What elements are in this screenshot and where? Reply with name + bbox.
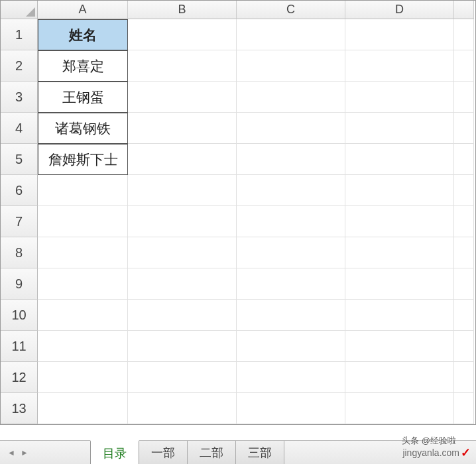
cell-C10[interactable] xyxy=(237,300,345,331)
cell-C7[interactable] xyxy=(237,206,345,237)
col-header-C[interactable]: C xyxy=(237,1,345,19)
sheet-tab-part1[interactable]: 一部 xyxy=(139,441,188,464)
cell-C9[interactable] xyxy=(237,268,345,300)
checkmark-icon: ✓ xyxy=(461,445,471,460)
cell-A3[interactable]: 王钢蛋 xyxy=(38,82,128,113)
tab-nav-prev-icon[interactable]: ◄ xyxy=(5,447,17,459)
cell-B9[interactable] xyxy=(128,268,237,300)
cell-E7[interactable] xyxy=(454,206,474,237)
cell-E11[interactable] xyxy=(454,331,474,362)
cell-D5[interactable] xyxy=(345,144,454,175)
row-header-9[interactable]: 9 xyxy=(1,268,38,300)
cell-E8[interactable] xyxy=(454,237,474,268)
cell-B11[interactable] xyxy=(128,331,237,362)
cell-D10[interactable] xyxy=(345,300,454,331)
cell-A1[interactable]: 姓名 xyxy=(38,19,128,50)
sheet-tab-part3[interactable]: 三部 xyxy=(236,441,284,464)
cell-D12[interactable] xyxy=(345,362,454,393)
cell-C1[interactable] xyxy=(237,19,345,50)
cell-E10[interactable] xyxy=(454,300,474,331)
tab-nav-next-icon[interactable]: ► xyxy=(19,447,30,459)
col-header-B[interactable]: B xyxy=(128,1,237,19)
row-header-12[interactable]: 12 xyxy=(1,362,38,393)
cell-E1[interactable] xyxy=(454,19,474,50)
cell-E3[interactable] xyxy=(454,82,474,113)
row-header-7[interactable]: 7 xyxy=(1,206,38,237)
cell-D3[interactable] xyxy=(345,82,454,113)
cell-C6[interactable] xyxy=(237,175,345,206)
cell-D13[interactable] xyxy=(345,393,454,424)
row-header-3[interactable]: 3 xyxy=(1,82,38,113)
cell-E12[interactable] xyxy=(454,362,474,393)
cell-B12[interactable] xyxy=(128,362,237,393)
cell-B2[interactable] xyxy=(128,50,237,82)
cell-B3[interactable] xyxy=(128,82,237,113)
cell-B8[interactable] xyxy=(128,237,237,268)
spreadsheet-grid: A B C D 1 姓名 2 郑喜定 3 王钢蛋 4 诸葛钢铁 5 詹姆斯下士 xyxy=(1,1,475,424)
cell-E13[interactable] xyxy=(454,393,474,424)
cell-A11[interactable] xyxy=(38,331,128,362)
cell-A10[interactable] xyxy=(38,300,128,331)
cell-C11[interactable] xyxy=(237,331,345,362)
row-header-10[interactable]: 10 xyxy=(1,300,38,331)
row-header-8[interactable]: 8 xyxy=(1,237,38,268)
cell-B6[interactable] xyxy=(128,175,237,206)
cell-D8[interactable] xyxy=(345,237,454,268)
cell-D11[interactable] xyxy=(345,331,454,362)
cell-A8[interactable] xyxy=(38,237,128,268)
cell-D1[interactable] xyxy=(345,19,454,50)
cell-D4[interactable] xyxy=(345,113,454,144)
row-header-4[interactable]: 4 xyxy=(1,113,38,144)
cell-C12[interactable] xyxy=(237,362,345,393)
cell-C4[interactable] xyxy=(237,113,345,144)
row-header-1[interactable]: 1 xyxy=(1,19,38,50)
cell-D2[interactable] xyxy=(345,50,454,82)
row-header-11[interactable]: 11 xyxy=(1,331,38,362)
cell-B5[interactable] xyxy=(128,144,237,175)
col-header-D[interactable]: D xyxy=(345,1,454,19)
col-header-E-partial[interactable] xyxy=(454,1,474,19)
cell-D7[interactable] xyxy=(345,206,454,237)
cell-A13[interactable] xyxy=(38,393,128,424)
cell-C2[interactable] xyxy=(237,50,345,82)
row-header-5[interactable]: 5 xyxy=(1,144,38,175)
cell-E2[interactable] xyxy=(454,50,474,82)
cell-C3[interactable] xyxy=(237,82,345,113)
row-header-6[interactable]: 6 xyxy=(1,175,38,206)
cell-B10[interactable] xyxy=(128,300,237,331)
cell-A7[interactable] xyxy=(38,206,128,237)
cell-A2[interactable]: 郑喜定 xyxy=(38,50,128,82)
cell-D6[interactable] xyxy=(345,175,454,206)
cell-B13[interactable] xyxy=(128,393,237,424)
row-header-2[interactable]: 2 xyxy=(1,50,38,82)
sheet-tab-part2[interactable]: 二部 xyxy=(188,441,236,464)
cell-A9[interactable] xyxy=(38,268,128,300)
select-all-corner[interactable] xyxy=(1,1,38,19)
cell-E5[interactable] xyxy=(454,144,474,175)
cell-C8[interactable] xyxy=(237,237,345,268)
col-header-A[interactable]: A xyxy=(38,1,128,19)
cell-C13[interactable] xyxy=(237,393,345,424)
cell-A5[interactable]: 詹姆斯下士 xyxy=(38,144,128,175)
cell-A4[interactable]: 诸葛钢铁 xyxy=(38,113,128,144)
cell-B4[interactable] xyxy=(128,113,237,144)
cell-C5[interactable] xyxy=(237,144,345,175)
cell-B7[interactable] xyxy=(128,206,237,237)
cell-E6[interactable] xyxy=(454,175,474,206)
cell-B1[interactable] xyxy=(128,19,237,50)
cell-E4[interactable] xyxy=(454,113,474,144)
sheet-tab-directory[interactable]: 目录 xyxy=(90,440,139,464)
cell-A12[interactable] xyxy=(38,362,128,393)
row-header-13[interactable]: 13 xyxy=(1,393,38,424)
watermark-url: jingyanla.com ✓ xyxy=(402,445,471,460)
cell-D9[interactable] xyxy=(345,268,454,300)
cell-A6[interactable] xyxy=(38,175,128,206)
cell-E9[interactable] xyxy=(454,268,474,300)
